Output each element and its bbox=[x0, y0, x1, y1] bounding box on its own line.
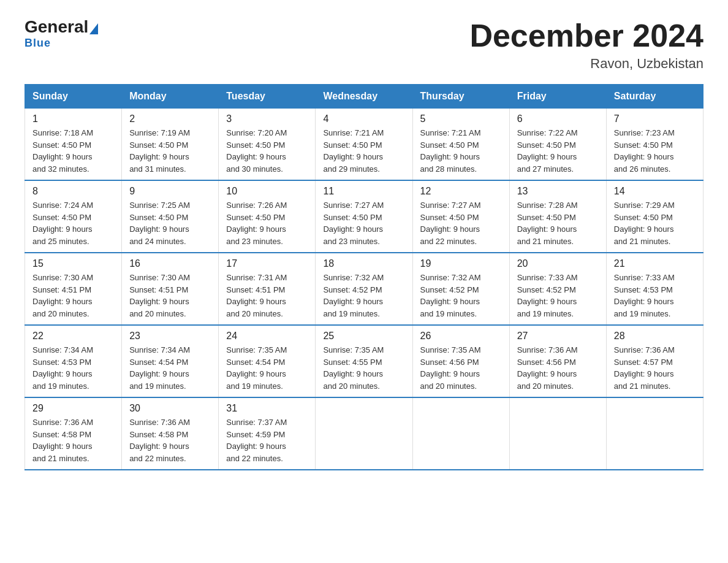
calendar-cell: 4 Sunrise: 7:21 AM Sunset: 4:50 PM Dayli… bbox=[316, 109, 412, 181]
day-info: Sunrise: 7:33 AM Sunset: 4:52 PM Dayligh… bbox=[517, 272, 599, 320]
day-number: 19 bbox=[420, 258, 502, 269]
calendar-cell: 29 Sunrise: 7:36 AM Sunset: 4:58 PM Dayl… bbox=[25, 397, 122, 470]
calendar-cell: 26 Sunrise: 7:35 AM Sunset: 4:56 PM Dayl… bbox=[412, 325, 509, 397]
day-number: 9 bbox=[129, 186, 211, 197]
day-number: 23 bbox=[129, 331, 211, 342]
calendar-cell: 13 Sunrise: 7:28 AM Sunset: 4:50 PM Dayl… bbox=[509, 180, 606, 253]
day-number: 20 bbox=[517, 258, 599, 269]
day-info: Sunrise: 7:30 AM Sunset: 4:51 PM Dayligh… bbox=[32, 272, 114, 320]
day-number: 14 bbox=[614, 186, 696, 197]
day-number: 30 bbox=[129, 403, 211, 414]
day-info: Sunrise: 7:28 AM Sunset: 4:50 PM Dayligh… bbox=[517, 199, 599, 247]
calendar-cell: 19 Sunrise: 7:32 AM Sunset: 4:52 PM Dayl… bbox=[412, 253, 509, 325]
day-info: Sunrise: 7:25 AM Sunset: 4:50 PM Dayligh… bbox=[129, 199, 211, 247]
calendar-cell: 25 Sunrise: 7:35 AM Sunset: 4:55 PM Dayl… bbox=[316, 325, 412, 397]
day-number: 11 bbox=[323, 186, 404, 197]
calendar-cell bbox=[509, 397, 606, 470]
day-number: 25 bbox=[323, 331, 404, 342]
day-number: 2 bbox=[129, 113, 211, 124]
header-saturday: Saturday bbox=[606, 85, 703, 109]
subtitle: Ravon, Uzbekistan bbox=[469, 56, 703, 72]
calendar-cell: 5 Sunrise: 7:21 AM Sunset: 4:50 PM Dayli… bbox=[412, 109, 509, 181]
day-info: Sunrise: 7:18 AM Sunset: 4:50 PM Dayligh… bbox=[32, 127, 114, 175]
day-info: Sunrise: 7:36 AM Sunset: 4:58 PM Dayligh… bbox=[32, 416, 114, 464]
week-row-3: 15 Sunrise: 7:30 AM Sunset: 4:51 PM Dayl… bbox=[25, 253, 703, 325]
day-number: 17 bbox=[226, 258, 308, 269]
day-info: Sunrise: 7:36 AM Sunset: 4:58 PM Dayligh… bbox=[129, 416, 211, 464]
header-sunday: Sunday bbox=[25, 85, 122, 109]
day-info: Sunrise: 7:30 AM Sunset: 4:51 PM Dayligh… bbox=[129, 272, 211, 320]
calendar-cell: 31 Sunrise: 7:37 AM Sunset: 4:59 PM Dayl… bbox=[219, 397, 316, 470]
calendar-cell bbox=[606, 397, 703, 470]
calendar-cell: 24 Sunrise: 7:35 AM Sunset: 4:54 PM Dayl… bbox=[219, 325, 316, 397]
day-number: 28 bbox=[614, 331, 696, 342]
calendar-cell: 22 Sunrise: 7:34 AM Sunset: 4:53 PM Dayl… bbox=[25, 325, 122, 397]
day-info: Sunrise: 7:20 AM Sunset: 4:50 PM Dayligh… bbox=[226, 127, 308, 175]
calendar-cell: 11 Sunrise: 7:27 AM Sunset: 4:50 PM Dayl… bbox=[316, 180, 412, 253]
calendar-cell: 14 Sunrise: 7:29 AM Sunset: 4:50 PM Dayl… bbox=[606, 180, 703, 253]
header-monday: Monday bbox=[122, 85, 219, 109]
day-number: 26 bbox=[420, 331, 502, 342]
day-number: 1 bbox=[32, 113, 114, 124]
day-number: 27 bbox=[517, 331, 599, 342]
day-number: 4 bbox=[323, 113, 404, 124]
header-tuesday: Tuesday bbox=[219, 85, 316, 109]
day-number: 31 bbox=[226, 403, 308, 414]
day-info: Sunrise: 7:36 AM Sunset: 4:56 PM Dayligh… bbox=[517, 344, 599, 392]
calendar-cell: 10 Sunrise: 7:26 AM Sunset: 4:50 PM Dayl… bbox=[219, 180, 316, 253]
day-info: Sunrise: 7:35 AM Sunset: 4:54 PM Dayligh… bbox=[226, 344, 308, 392]
day-number: 12 bbox=[420, 186, 502, 197]
day-info: Sunrise: 7:19 AM Sunset: 4:50 PM Dayligh… bbox=[129, 127, 211, 175]
logo-blue-text: Blue bbox=[25, 37, 51, 50]
day-number: 6 bbox=[517, 113, 599, 124]
day-number: 7 bbox=[614, 113, 696, 124]
calendar-cell: 2 Sunrise: 7:19 AM Sunset: 4:50 PM Dayli… bbox=[122, 109, 219, 181]
day-info: Sunrise: 7:21 AM Sunset: 4:50 PM Dayligh… bbox=[420, 127, 502, 175]
calendar-cell: 20 Sunrise: 7:33 AM Sunset: 4:52 PM Dayl… bbox=[509, 253, 606, 325]
header-friday: Friday bbox=[509, 85, 606, 109]
header-section: General Blue December 2024 Ravon, Uzbeki… bbox=[25, 18, 703, 72]
calendar-cell: 3 Sunrise: 7:20 AM Sunset: 4:50 PM Dayli… bbox=[219, 109, 316, 181]
day-number: 10 bbox=[226, 186, 308, 197]
calendar-cell: 17 Sunrise: 7:31 AM Sunset: 4:51 PM Dayl… bbox=[219, 253, 316, 325]
main-title: December 2024 bbox=[469, 18, 703, 53]
header-wednesday: Wednesday bbox=[316, 85, 412, 109]
day-number: 13 bbox=[517, 186, 599, 197]
day-info: Sunrise: 7:31 AM Sunset: 4:51 PM Dayligh… bbox=[226, 272, 308, 320]
day-info: Sunrise: 7:24 AM Sunset: 4:50 PM Dayligh… bbox=[32, 199, 114, 247]
calendar-cell: 27 Sunrise: 7:36 AM Sunset: 4:56 PM Dayl… bbox=[509, 325, 606, 397]
calendar-cell: 9 Sunrise: 7:25 AM Sunset: 4:50 PM Dayli… bbox=[122, 180, 219, 253]
calendar-cell: 21 Sunrise: 7:33 AM Sunset: 4:53 PM Dayl… bbox=[606, 253, 703, 325]
day-info: Sunrise: 7:21 AM Sunset: 4:50 PM Dayligh… bbox=[323, 127, 404, 175]
calendar-header-row: SundayMondayTuesdayWednesdayThursdayFrid… bbox=[25, 85, 703, 109]
day-info: Sunrise: 7:35 AM Sunset: 4:56 PM Dayligh… bbox=[420, 344, 502, 392]
calendar-cell: 28 Sunrise: 7:36 AM Sunset: 4:57 PM Dayl… bbox=[606, 325, 703, 397]
logo-triangle-icon bbox=[89, 23, 98, 34]
day-info: Sunrise: 7:36 AM Sunset: 4:57 PM Dayligh… bbox=[614, 344, 696, 392]
calendar-cell: 8 Sunrise: 7:24 AM Sunset: 4:50 PM Dayli… bbox=[25, 180, 122, 253]
day-info: Sunrise: 7:22 AM Sunset: 4:50 PM Dayligh… bbox=[517, 127, 599, 175]
day-info: Sunrise: 7:26 AM Sunset: 4:50 PM Dayligh… bbox=[226, 199, 308, 247]
day-info: Sunrise: 7:32 AM Sunset: 4:52 PM Dayligh… bbox=[323, 272, 404, 320]
calendar-table: SundayMondayTuesdayWednesdayThursdayFrid… bbox=[25, 84, 703, 470]
calendar-cell: 12 Sunrise: 7:27 AM Sunset: 4:50 PM Dayl… bbox=[412, 180, 509, 253]
calendar-cell: 15 Sunrise: 7:30 AM Sunset: 4:51 PM Dayl… bbox=[25, 253, 122, 325]
day-number: 8 bbox=[32, 186, 114, 197]
logo-general-text: General bbox=[25, 18, 88, 36]
calendar-cell: 7 Sunrise: 7:23 AM Sunset: 4:50 PM Dayli… bbox=[606, 109, 703, 181]
calendar-cell bbox=[316, 397, 412, 470]
calendar-cell: 16 Sunrise: 7:30 AM Sunset: 4:51 PM Dayl… bbox=[122, 253, 219, 325]
calendar-cell: 18 Sunrise: 7:32 AM Sunset: 4:52 PM Dayl… bbox=[316, 253, 412, 325]
day-number: 22 bbox=[32, 331, 114, 342]
day-number: 21 bbox=[614, 258, 696, 269]
day-number: 29 bbox=[32, 403, 114, 414]
day-info: Sunrise: 7:33 AM Sunset: 4:53 PM Dayligh… bbox=[614, 272, 696, 320]
day-number: 18 bbox=[323, 258, 404, 269]
calendar-cell: 23 Sunrise: 7:34 AM Sunset: 4:54 PM Dayl… bbox=[122, 325, 219, 397]
day-info: Sunrise: 7:35 AM Sunset: 4:55 PM Dayligh… bbox=[323, 344, 404, 392]
day-info: Sunrise: 7:27 AM Sunset: 4:50 PM Dayligh… bbox=[323, 199, 404, 247]
title-section: December 2024 Ravon, Uzbekistan bbox=[469, 18, 703, 72]
day-number: 15 bbox=[32, 258, 114, 269]
week-row-2: 8 Sunrise: 7:24 AM Sunset: 4:50 PM Dayli… bbox=[25, 180, 703, 253]
header-thursday: Thursday bbox=[412, 85, 509, 109]
